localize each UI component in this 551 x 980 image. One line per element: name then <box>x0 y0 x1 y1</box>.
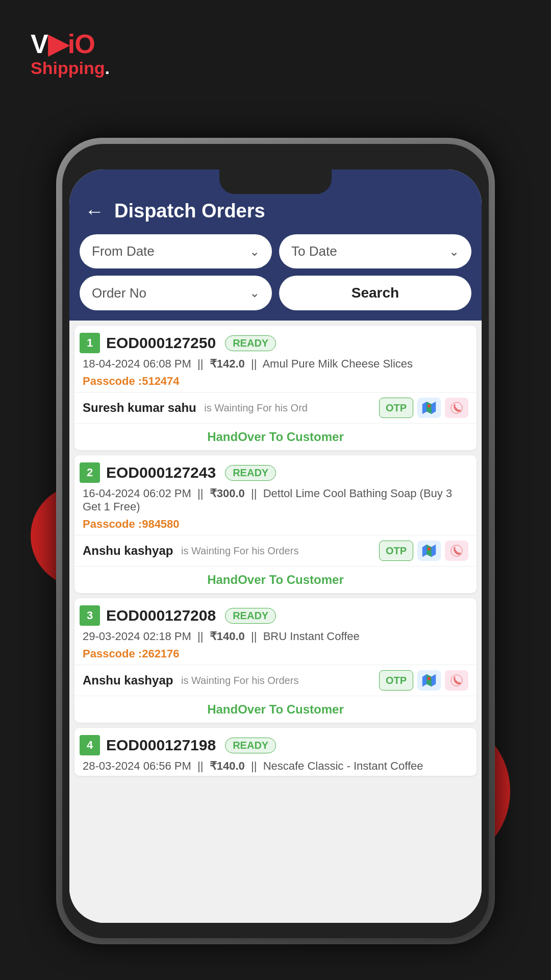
customer-name: Anshu kashyap <box>83 544 173 558</box>
order-details: 29-03-2024 02:18 PM || ₹140.0 || BRU Ins… <box>74 630 477 646</box>
map-icon <box>422 673 436 688</box>
orders-list: 1 EOD000127250 READY 18-04-2024 06:08 PM… <box>69 321 482 923</box>
from-date-picker[interactable]: From Date ⌄ <box>80 234 272 268</box>
phone-mockup: ← Dispatch Orders From Date ⌄ To Date ⌄ <box>56 138 495 944</box>
order-index-badge: 3 <box>80 605 100 626</box>
svg-point-2 <box>428 405 431 408</box>
order-card: 4 EOD000127198 READY 28-03-2024 06:56 PM… <box>74 728 477 776</box>
svg-point-11 <box>451 675 462 686</box>
order-filter-row: Order No ⌄ Search <box>80 276 471 310</box>
order-card: 2 EOD000127243 READY 16-04-2024 06:02 PM… <box>74 455 477 593</box>
order-details: 28-03-2024 06:56 PM || ₹140.0 || Nescafe… <box>74 760 477 776</box>
to-date-picker[interactable]: To Date ⌄ <box>279 234 471 268</box>
logo-accent: ▶iO <box>48 29 95 59</box>
svg-marker-1 <box>427 402 431 413</box>
order-details: 18-04-2024 06:08 PM || ₹142.0 || Amul Pu… <box>74 357 477 374</box>
customer-status: is Wainting For his Orders <box>178 675 298 687</box>
customer-row: Anshu kashyap is Wainting For his Orders… <box>74 535 477 566</box>
page-title: Dispatch Orders <box>114 200 265 222</box>
phone-icon <box>450 674 463 687</box>
otp-button[interactable]: OTP <box>379 541 413 561</box>
phone-icon <box>450 402 463 414</box>
order-passcode: Passcode :512474 <box>74 374 477 392</box>
action-buttons: OTP <box>379 398 468 418</box>
order-card: 1 EOD000127250 READY 18-04-2024 06:08 PM… <box>74 326 477 450</box>
phone-notch <box>219 169 332 194</box>
otp-button[interactable]: OTP <box>379 670 413 691</box>
handover-button[interactable]: HandOver To Customer <box>74 566 477 593</box>
order-index-badge: 2 <box>80 462 100 483</box>
order-id: EOD000127198 <box>106 737 216 754</box>
order-passcode: Passcode :262176 <box>74 646 477 665</box>
order-no-picker[interactable]: Order No ⌄ <box>80 276 272 310</box>
from-date-chevron-icon: ⌄ <box>249 244 260 259</box>
search-button[interactable]: Search <box>279 276 471 310</box>
order-card: 3 EOD000127208 READY 29-03-2024 02:18 PM… <box>74 598 477 723</box>
map-icon <box>422 544 436 558</box>
svg-point-7 <box>451 545 462 556</box>
order-header: 4 EOD000127198 READY <box>74 728 477 760</box>
logo-shipping: Shipping. <box>31 58 110 78</box>
action-buttons: OTP <box>379 670 468 691</box>
logo-area: V▶iO Shipping. <box>31 31 110 78</box>
map-button[interactable] <box>417 670 441 691</box>
logo-brand: V▶iO <box>31 31 110 57</box>
filter-area: From Date ⌄ To Date ⌄ Order No ⌄ <box>69 234 482 321</box>
svg-point-10 <box>428 677 431 680</box>
otp-button[interactable]: OTP <box>379 398 413 418</box>
order-status-badge: READY <box>225 335 276 351</box>
phone-screen: ← Dispatch Orders From Date ⌄ To Date ⌄ <box>69 169 482 923</box>
handover-label: HandOver To Customer <box>207 702 344 716</box>
date-filter-row: From Date ⌄ To Date ⌄ <box>80 234 471 268</box>
customer-status: is Wainting For his Ord <box>202 402 308 414</box>
order-id: EOD000127250 <box>106 334 216 352</box>
to-date-chevron-icon: ⌄ <box>449 244 459 259</box>
phone-icon <box>450 545 463 557</box>
customer-name: Anshu kashyap <box>83 673 173 688</box>
order-id: EOD000127208 <box>106 607 216 624</box>
order-index-badge: 4 <box>80 735 100 755</box>
handover-label: HandOver To Customer <box>207 430 344 444</box>
to-date-label: To Date <box>291 243 337 259</box>
call-button[interactable] <box>445 670 468 691</box>
action-buttons: OTP <box>379 541 468 561</box>
order-no-label: Order No <box>92 285 146 301</box>
handover-label: HandOver To Customer <box>207 573 344 586</box>
search-button-label: Search <box>352 285 399 301</box>
call-button[interactable] <box>445 541 468 561</box>
call-button[interactable] <box>445 398 468 418</box>
svg-marker-5 <box>427 545 431 556</box>
customer-row: Anshu kashyap is Wainting For his Orders… <box>74 665 477 696</box>
order-header: 1 EOD000127250 READY <box>74 326 477 357</box>
order-id: EOD000127243 <box>106 464 216 481</box>
customer-status: is Wainting For his Orders <box>178 545 298 557</box>
from-date-label: From Date <box>92 243 155 259</box>
handover-button[interactable]: HandOver To Customer <box>74 696 477 723</box>
handover-button[interactable]: HandOver To Customer <box>74 423 477 450</box>
svg-point-3 <box>451 402 462 413</box>
phone-inner: ← Dispatch Orders From Date ⌄ To Date ⌄ <box>62 144 489 938</box>
order-status-badge: READY <box>225 465 276 481</box>
svg-marker-9 <box>427 674 431 686</box>
map-icon <box>422 401 436 415</box>
order-status-badge: READY <box>225 738 276 753</box>
order-details: 16-04-2024 06:02 PM || ₹300.0 || Dettol … <box>74 487 477 517</box>
order-header: 2 EOD000127243 READY <box>74 455 477 487</box>
customer-row: Suresh kumar sahu is Wainting For his Or… <box>74 392 477 423</box>
order-status-badge: READY <box>225 608 276 624</box>
customer-name: Suresh kumar sahu <box>83 401 196 415</box>
order-passcode: Passcode :984580 <box>74 517 477 535</box>
back-button[interactable]: ← <box>85 202 104 221</box>
order-no-chevron-icon: ⌄ <box>249 286 260 300</box>
map-button[interactable] <box>417 541 441 561</box>
map-button[interactable] <box>417 398 441 418</box>
svg-point-6 <box>428 548 431 551</box>
order-index-badge: 1 <box>80 333 100 353</box>
order-header: 3 EOD000127208 READY <box>74 598 477 630</box>
